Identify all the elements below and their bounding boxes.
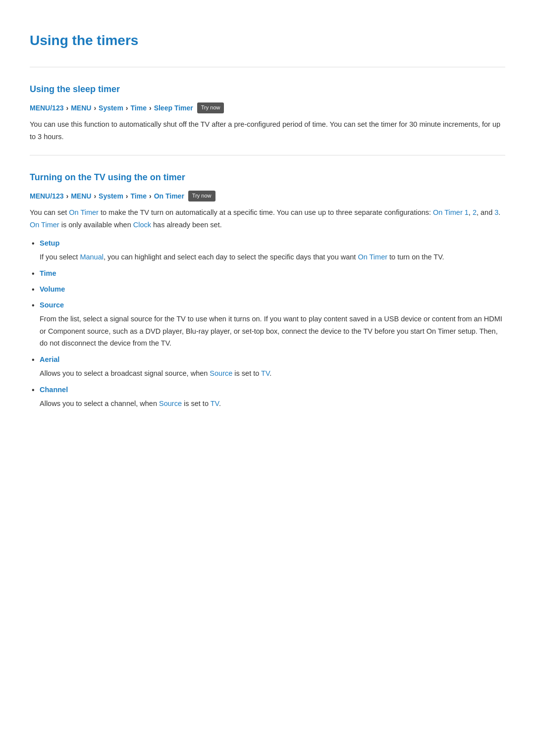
on-breadcrumb-item-time[interactable]: Time [131, 191, 147, 202]
divider-2 [30, 155, 505, 155]
setup-link-on-timer[interactable]: On Timer [358, 253, 387, 261]
setup-text2: , you can highlight and select each day … [104, 253, 358, 261]
breadcrumb-sep-1: › [66, 102, 68, 113]
aerial-sub-text: Allows you to select a broadcast signal … [40, 367, 505, 380]
divider-1 [30, 67, 505, 67]
on-breadcrumb-item-on-timer[interactable]: On Timer [154, 191, 184, 202]
on-timer-intro-text4: , and [477, 208, 494, 216]
on-timer-intro-text6: is only available when [59, 221, 133, 229]
breadcrumb-item-sleep-timer[interactable]: Sleep Timer [154, 102, 193, 113]
bullet-label-aerial: Aerial [40, 355, 59, 363]
page-title: Using the timers [30, 20, 505, 52]
breadcrumb-item-system[interactable]: System [99, 102, 123, 113]
on-timer-section: Turning on the TV using the on timer MEN… [30, 170, 505, 409]
on-breadcrumb-item-menu123[interactable]: MENU/123 [30, 191, 63, 202]
on-timer-heading: Turning on the TV using the on timer [30, 170, 505, 185]
on-timer-intro-text7: has already been set. [151, 221, 222, 229]
on-timer-breadcrumb: MENU/123 › MENU › System › Time › On Tim… [30, 191, 505, 202]
on-timer-link2[interactable]: On Timer 1 [433, 208, 469, 216]
on-timer-link1[interactable]: On Timer [69, 208, 99, 216]
setup-text1: If you select [40, 253, 80, 261]
bullet-label-channel: Channel [40, 386, 68, 394]
on-breadcrumb-item-menu[interactable]: MENU [71, 191, 91, 202]
setup-text3: to turn on the TV. [387, 253, 444, 261]
bullet-label-source: Source [40, 301, 64, 309]
aerial-text1: Allows you to select a broadcast signal … [40, 369, 210, 377]
on-breadcrumb-sep-3: › [126, 191, 128, 202]
on-breadcrumb-sep-1: › [66, 191, 68, 202]
channel-sub-text: Allows you to select a channel, when Sou… [40, 398, 505, 410]
list-item-volume: Volume [30, 283, 505, 295]
on-timer-intro-text3: , [469, 208, 473, 216]
channel-text1: Allows you to select a channel, when [40, 400, 159, 407]
list-item-source: Source From the list, select a signal so… [30, 299, 505, 350]
channel-text3: . [219, 400, 221, 407]
on-timer-intro-text2: to make the TV turn on automatically at … [99, 208, 433, 216]
list-item-channel: Channel Allows you to select a channel, … [30, 384, 505, 410]
channel-link-tv[interactable]: TV [211, 400, 219, 407]
sleep-timer-heading: Using the sleep timer [30, 82, 505, 97]
breadcrumb-item-time[interactable]: Time [131, 102, 147, 113]
on-timer-link6[interactable]: Clock [133, 221, 151, 229]
on-breadcrumb-sep-4: › [149, 191, 152, 202]
breadcrumb-sep-4: › [149, 102, 152, 113]
breadcrumb-item-menu[interactable]: MENU [71, 102, 91, 113]
list-item-time: Time [30, 267, 505, 279]
list-item-aerial: Aerial Allows you to select a broadcast … [30, 353, 505, 380]
on-timer-intro-text1: You can set [30, 208, 69, 216]
sleep-timer-section: Using the sleep timer MENU/123 › MENU › … [30, 82, 505, 143]
breadcrumb-sep-2: › [94, 102, 96, 113]
sleep-timer-try-now-badge[interactable]: Try now [197, 102, 224, 113]
on-breadcrumb-sep-2: › [94, 191, 96, 202]
on-timer-intro-text5: . [498, 208, 500, 216]
on-timer-intro: You can set On Timer to make the TV turn… [30, 206, 505, 231]
on-timer-link3[interactable]: 2 [473, 208, 477, 216]
breadcrumb-item-menu123[interactable]: MENU/123 [30, 102, 63, 113]
on-timer-bullet-list: Setup If you select Manual, you can high… [30, 237, 505, 410]
list-item-setup: Setup If you select Manual, you can high… [30, 237, 505, 263]
setup-sub-text: If you select Manual, you can highlight … [40, 251, 505, 263]
source-sub-text: From the list, select a signal source fo… [40, 313, 505, 350]
channel-text2: is set to [182, 400, 211, 407]
on-timer-try-now-badge[interactable]: Try now [188, 191, 215, 202]
on-breadcrumb-item-system[interactable]: System [99, 191, 123, 202]
aerial-link-source[interactable]: Source [210, 369, 232, 377]
sleep-timer-body: You can use this function to automatical… [30, 118, 505, 143]
aerial-text3: . [269, 369, 271, 377]
breadcrumb-sep-3: › [126, 102, 128, 113]
on-timer-link5[interactable]: On Timer [30, 221, 59, 229]
setup-link-manual[interactable]: Manual [80, 253, 104, 261]
bullet-label-time: Time [40, 269, 56, 277]
channel-link-source[interactable]: Source [159, 400, 182, 407]
bullet-label-setup: Setup [40, 239, 59, 247]
sleep-timer-breadcrumb: MENU/123 › MENU › System › Time › Sleep … [30, 102, 505, 113]
bullet-label-volume: Volume [40, 285, 65, 293]
aerial-text2: is set to [232, 369, 261, 377]
aerial-link-tv[interactable]: TV [261, 369, 269, 377]
